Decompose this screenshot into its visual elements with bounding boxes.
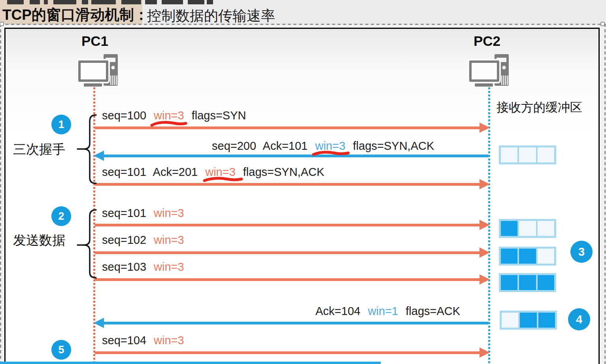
title-normal-text: 控制数据的传输速率 [147, 6, 275, 26]
receiver-buffer-0 [499, 145, 556, 164]
message-5-arrow [94, 274, 489, 285]
selection-border-left [0, 24, 1, 364]
buffer-cell-filled [538, 275, 554, 290]
buffer-cell-filled [501, 221, 517, 236]
page: PC1 PC2 接收方的缓冲区 seq=100win=3flags=SYN se… [0, 0, 606, 364]
buffer-cell-empty [501, 147, 517, 162]
buffer-cell-filled [519, 275, 536, 290]
message-0-arrow [94, 123, 489, 133]
message-5-label: seq=103win=3 [102, 260, 184, 273]
video-progress-bar[interactable] [0, 362, 381, 364]
buffer-cell-filled [519, 249, 536, 264]
message-0-label: seq=100win=3flags=SYN [102, 109, 246, 122]
step-badge-2: 2 [51, 206, 71, 226]
selection-border-right [604, 24, 606, 364]
message-3-arrow [94, 220, 489, 230]
win-text: win=3 [154, 260, 184, 273]
win-text: win=3 [154, 234, 184, 246]
group-label-send-data: 发送数据 [13, 232, 65, 249]
flags-text: flags=SYN [192, 109, 246, 122]
pc1-computer-icon [77, 54, 119, 87]
receiver-buffer-4 [500, 311, 557, 330]
title-highlighted-text: TCP的窗口滑动机制： [2, 5, 149, 25]
ack-text: Ack=104 [315, 305, 361, 317]
selection-border-top [0, 24, 606, 25]
win-text: win=3 [154, 334, 184, 347]
pc1-label: PC1 [71, 33, 119, 49]
buffer-cell-filled [520, 313, 536, 328]
seq-text: seq=103 [102, 260, 146, 273]
message-7-arrow [94, 347, 489, 358]
step-badge-3: 3 [570, 241, 593, 263]
seq-ack-text: seq=101 Ack=201 [102, 166, 198, 178]
title-bar: TCP的窗口滑动机制： 控制数据的传输速率 [0, 0, 606, 25]
message-4-label: seq=102win=3 [102, 234, 184, 247]
pc2-label: PC2 [463, 33, 511, 49]
receiver-buffer-3 [499, 273, 556, 292]
receiver-buffer-caption: 接收方的缓冲区 [497, 99, 582, 116]
buffer-cell-empty [538, 249, 554, 264]
pc2-computer-icon [468, 54, 510, 87]
message-2-label: seq=101 Ack=201win=3flags=SYN,ACK [102, 166, 324, 179]
win-text: win=3 [154, 109, 184, 122]
buffer-cell-filled [501, 275, 517, 290]
buffer-cell-empty [519, 147, 536, 162]
buffer-cell-filled [501, 249, 517, 264]
buffer-cell-empty [519, 221, 536, 236]
selection-handle-left[interactable] [0, 22, 4, 26]
buffer-cell-empty [538, 221, 554, 236]
message-6-label: Ack=104win=1flags=ACK [315, 305, 460, 318]
seq-text: seq=100 [102, 109, 146, 122]
buffer-cell-empty [502, 313, 518, 328]
message-4-arrow [94, 247, 489, 258]
message-6-arrow [94, 318, 489, 328]
message-1-arrow [94, 151, 489, 161]
flags-text: flags=ACK [406, 305, 460, 317]
buffer-cell-filled [538, 313, 555, 328]
win-text: win=1 [368, 305, 398, 317]
message-3-label: seq=101win=3 [102, 207, 184, 220]
seq-text: seq=101 [102, 207, 146, 219]
group-label-handshake: 三次握手 [13, 141, 65, 158]
cropped-text-fragments [6, 0, 219, 4]
flags-text: flags=SYN,ACK [243, 166, 325, 178]
step-badge-4: 4 [568, 308, 590, 330]
step-badge-1: 1 [51, 115, 71, 134]
seq-text: seq=102 [102, 234, 146, 246]
selection-handle-right[interactable] [600, 22, 605, 26]
win-text: win=3 [154, 207, 184, 219]
step-badge-5: 5 [51, 340, 71, 360]
message-2-arrow [94, 179, 489, 189]
seq-text: seq=104 [102, 334, 146, 347]
receiver-buffer-2 [499, 247, 556, 266]
buffer-cell-empty [538, 147, 554, 162]
win-text: win=3 [205, 166, 236, 178]
receiver-buffer-1 [499, 219, 556, 238]
message-7-label: seq=104win=3 [102, 334, 184, 347]
